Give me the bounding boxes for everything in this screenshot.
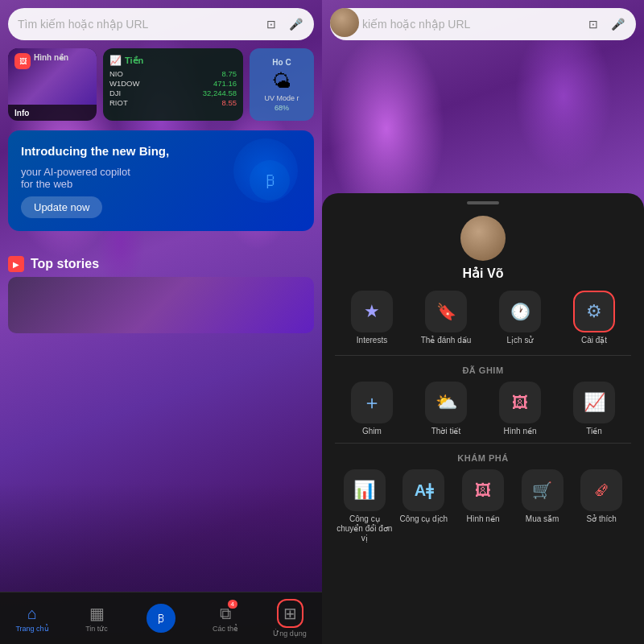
menu-row: ★ Interests 🔖 Thẻ đánh dấu 🕐 Lịch sử ⚙ [322,291,644,355]
scan-icon[interactable]: ⊡ [262,15,280,33]
stocks-icon-wrap: 📈 [573,382,615,423]
explore-row: 📊 Công cụ chuyển đổi đơn vị Aǂ Công cụ d… [322,469,644,548]
home-label: Trang chủ [15,625,48,633]
pinned-add[interactable]: ＋ Ghim [340,382,404,436]
wallpaper-icon-wrap: 🖼 [499,382,541,423]
bing-banner-line1: Introducing the new Bing, [21,143,301,159]
right-avatar[interactable] [330,8,359,37]
weather-humidity: 68% [275,104,289,112]
stock-name-4: RIOT [109,98,128,107]
interests-icon: ★ [364,301,380,322]
menu-history[interactable]: 🕐 Lịch sử [488,291,552,345]
translate-icon-wrap: Aǂ [402,469,444,511]
stock-val-2: 471.16 [213,79,237,88]
weather-widget[interactable]: Ho C 🌤 UV Mode r 68% [250,48,314,121]
history-label: Lịch sử [507,336,534,345]
converter-label: Công cụ chuyển đổi đơn vị [336,514,394,543]
home-icon: ⌂ [27,605,37,623]
story-img-1 [8,277,314,333]
stock-row-1: NIO 8.75 [109,69,237,78]
history-icon-wrap: 🕐 [499,291,541,332]
top-stories-title: Top stories [31,257,99,271]
explore-shopping[interactable]: 🛒 Mua sắm [514,469,572,543]
profile-section: Hải Võ [322,209,644,291]
translate-label: Công cụ dịch [400,514,448,524]
story-card-1[interactable] [8,277,314,333]
stocks-widget[interactable]: 📈 Tiền NIO 8.75 W1DOW 471.16 DJI 32,244.… [103,48,243,121]
weather-pinned-icon: ⛅ [436,392,457,413]
nav-home[interactable]: ⌂ Trang chủ [0,605,64,633]
left-search-text: Tìm kiếm hoặc nhập URL [18,18,256,31]
menu-interests[interactable]: ★ Interests [340,291,404,345]
pinned-stocks[interactable]: 📈 Tiền [562,382,626,436]
update-button[interactable]: Update now [21,196,102,218]
stocks-icon: 📈 [109,55,122,66]
weather-icon: 🌤 [272,70,291,93]
hobby-label: Sở thích [587,514,617,524]
stock-name-3: DJI [109,89,121,97]
pinned-section-label: ĐÃ GHIM [322,362,644,382]
hobby-icon-wrap: 🗞 [580,469,622,511]
bottom-nav: ⌂ Trang chủ ▦ Tin tức Ꞵ ⧉ 4 Các thẻ ⊞ Ứn… [0,592,322,644]
weather-pinned-label: Thời tiết [431,427,460,436]
explore-converter[interactable]: 📊 Công cụ chuyển đổi đơn vị [336,469,394,543]
stock-val-1: 8.75 [222,69,237,78]
right-search-bar[interactable]: Tìm kiếm hoặc nhập URL ⊡ 🎤 [330,8,636,40]
shopping-icon-wrap: 🛒 [522,469,564,511]
stock-name-1: NIO [109,69,123,78]
bing-banner-line2: your AI-powered copilot for the web [21,166,301,190]
right-panel: Tìm kiếm hoặc nhập URL ⊡ 🎤 Hải Võ ★ Inte… [322,0,644,644]
news-icon: ▦ [89,604,105,623]
wallpaper-widget-icon: 🖼 [14,53,31,69]
explore-wallpaper2[interactable]: 🖼 Hình nền [454,469,512,543]
apps-icon-border: ⊞ [277,599,303,628]
right-mic-icon[interactable]: 🎤 [609,15,626,33]
stock-val-3: 32,244.58 [203,89,237,97]
pinned-weather[interactable]: ⛅ Thời tiết [414,382,478,436]
stocks-pinned-icon: 📈 [584,392,605,413]
menu-settings[interactable]: ⚙ Cài đặt [562,291,626,345]
nav-tabs[interactable]: ⧉ 4 Các thẻ [193,605,258,633]
right-scan-icon[interactable]: ⊡ [584,15,602,33]
nav-apps[interactable]: ⊞ Ứng dụng [258,599,322,638]
top-stories-icon: ▶ [8,256,24,272]
weather-title: Ho C [272,58,291,67]
bing-banner[interactable]: Introducing the new Bing, your AI-powere… [8,130,314,231]
bookmarks-label: Thẻ đánh dấu [421,336,472,345]
pinned-wallpaper[interactable]: 🖼 Hình nền [488,382,552,436]
bing-nav-icon: Ꞵ [147,604,175,633]
converter-icon: 📊 [353,480,375,501]
top-stories-section: ▶ Top stories [8,256,314,333]
nav-bing[interactable]: Ꞵ [129,604,193,633]
profile-avatar[interactable] [460,216,506,261]
bookmarks-icon-wrap: 🔖 [425,291,467,332]
shopping-icon: 🛒 [532,481,552,500]
pinned-row: ＋ Ghim ⛅ Thời tiết 🖼 Hình nền 📈 [322,382,644,443]
history-icon: 🕐 [510,302,530,321]
stock-row-4: RIOT 8.55 [109,98,237,107]
menu-bookmarks[interactable]: 🔖 Thẻ đánh dấu [414,291,478,345]
wallpaper-widget[interactable]: 🖼 Info Hình nền [8,48,97,121]
wallpaper-pinned-icon: 🖼 [512,394,528,412]
settings-icon: ⚙ [586,301,602,322]
explore-hobby[interactable]: 🗞 Sở thích [572,469,630,543]
nav-news[interactable]: ▦ Tin tức [64,604,129,633]
stocks-title: Tiền [125,56,143,66]
bookmarks-icon: 🔖 [436,302,456,321]
explore-translate[interactable]: Aǂ Công cụ dịch [394,469,452,543]
settings-icon-wrap: ⚙ [573,291,615,332]
left-search-bar[interactable]: Tìm kiếm hoặc nhập URL ⊡ 🎤 [8,8,314,40]
profile-name: Hải Võ [463,266,504,281]
wallpaper2-icon-wrap: 🖼 [462,469,504,511]
weather-desc: UV Mode r [264,94,299,102]
left-panel: Tìm kiếm hoặc nhập URL ⊡ 🎤 🖼 Info Hình n… [0,0,322,644]
apps-label: Ứng dụng [273,630,307,638]
mic-icon[interactable]: 🎤 [287,15,304,33]
wallpaper-pinned-label: Hình nền [503,427,536,436]
sheet-handle [467,201,499,204]
top-stories-header: ▶ Top stories [8,256,314,272]
stocks-header: 📈 Tiền [109,55,237,66]
wallpaper2-icon: 🖼 [475,481,491,500]
divider-2 [335,443,631,444]
converter-icon-wrap: 📊 [344,469,386,511]
